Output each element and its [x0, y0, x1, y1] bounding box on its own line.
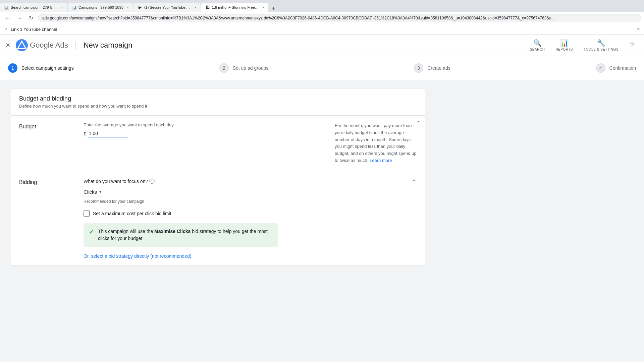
budget-form: Enter the average you want to spend each… — [84, 122, 320, 137]
step-4[interactable]: 4 Confirmation — [596, 63, 636, 73]
tab-close-3[interactable]: × — [195, 5, 197, 9]
bidding-row: Bidding What do you want to focus on? ⓘ … — [11, 171, 425, 265]
browser-tab-4[interactable]: 🖼 1.8 million+ Stunning Free Im... × — [201, 3, 268, 12]
strategy-link[interactable]: Or, select a bid strategy directly (not … — [84, 253, 411, 259]
bidding-collapse-button[interactable]: ⌃ — [411, 178, 417, 186]
tab-label-3: (1) Secure Your YouTube Acco... — [144, 5, 191, 9]
info-text-prefix: This campaign will use the — [98, 229, 154, 234]
notification-close-button[interactable]: × — [637, 26, 640, 32]
tab-close-1[interactable]: × — [61, 5, 63, 9]
search-icon: 🔍 — [533, 39, 542, 47]
clicks-value: Clicks — [84, 189, 97, 195]
focus-question: What do you want to focus on? ⓘ — [84, 178, 411, 185]
check-icon: ✔ — [89, 228, 94, 236]
step-connector-1-2 — [78, 68, 215, 68]
recommended-text: Recommended for your campaign — [84, 199, 411, 204]
notification-text: Link 1 YouTube channel — [11, 27, 57, 32]
budget-main: Budget Enter the average you want to spe… — [11, 116, 328, 171]
budget-inner: Budget Enter the average you want to spe… — [19, 122, 320, 137]
budget-info-collapse-button[interactable]: ⌃ — [416, 120, 421, 127]
focus-label-text: What do you want to focus on? — [84, 179, 148, 184]
tools-settings-button[interactable]: 🔧 TOOLS & SETTINGS — [580, 36, 623, 54]
tab-favicon-3: ▶ — [138, 5, 142, 10]
reports-button[interactable]: 📊 REPORTS — [551, 36, 577, 54]
tools-icon: 🔧 — [597, 39, 605, 47]
budget-input-row: € — [84, 130, 320, 137]
info-text-bold: Maximise Clicks — [154, 229, 191, 234]
section-subtitle: Define how much you want to spend and ho… — [19, 104, 417, 109]
browser-tab-2[interactable]: 📊 Campaigns - 279-560-1893 × — [68, 3, 133, 12]
app-header: ✕ Google Ads | New campaign 🔍 SEARCH 📊 R… — [0, 35, 644, 56]
clicks-dropdown[interactable]: Clicks ▼ — [84, 188, 102, 196]
step-3-label: Create ads — [427, 65, 450, 71]
main-content: Budget and bidding Define how much you w… — [0, 80, 436, 279]
step-2-number: 2 — [219, 63, 229, 73]
google-ads-logo: Google Ads — [16, 39, 68, 51]
notification-bar: ✓ Link 1 YouTube channel × — [0, 24, 644, 35]
bidding-label: Bidding — [19, 179, 37, 185]
page-title: New campaign — [84, 41, 132, 50]
step-2-label: Set up ad groups — [233, 65, 269, 71]
step-2[interactable]: 2 Set up ad groups — [219, 63, 269, 73]
steps-bar: 1 Select campaign settings 2 Set up ad g… — [0, 56, 644, 80]
dropdown-arrow-icon: ▼ — [98, 189, 102, 194]
tab-label-2: Campaigns - 279-560-1893 — [78, 5, 123, 9]
budget-currency: € — [84, 131, 86, 136]
step-4-number: 4 — [596, 63, 605, 73]
reports-label: REPORTS — [555, 48, 573, 51]
reports-icon: 📊 — [560, 39, 569, 47]
budget-form-label: Enter the average you want to spend each… — [84, 122, 320, 127]
step-1-number: 1 — [8, 63, 17, 73]
info-text: This campaign will use the Maximise Clic… — [98, 228, 273, 242]
tab-favicon-4: 🖼 — [205, 5, 210, 10]
notification-check-icon: ✓ — [4, 26, 8, 32]
refresh-button[interactable]: ↻ — [27, 13, 35, 22]
browser-tab-1[interactable]: 📊 Search campaign - 279-560-... × — [0, 3, 67, 12]
tab-favicon-1: 📊 — [4, 5, 9, 10]
focus-help-icon[interactable]: ⓘ — [149, 178, 155, 185]
step-3[interactable]: 3 Create ads — [414, 63, 450, 73]
tab-label-4: 1.8 million+ Stunning Free Im... — [212, 5, 259, 9]
back-button[interactable]: ← — [3, 14, 12, 22]
max-bid-checkbox-row: Set a maximum cost per click bid limit — [84, 210, 411, 217]
bidding-left: Bidding — [19, 178, 73, 259]
close-button[interactable]: ✕ — [5, 42, 10, 49]
step-1[interactable]: 1 Select campaign settings — [8, 63, 74, 73]
step-connector-2-3 — [272, 68, 410, 68]
budget-info-text: For the month, you won't pay more than y… — [335, 123, 417, 163]
tab-close-2[interactable]: × — [127, 5, 129, 9]
help-button[interactable]: ? — [625, 39, 639, 52]
step-connector-3-4 — [454, 68, 592, 68]
tools-label: TOOLS & SETTINGS — [584, 48, 619, 51]
header-divider: | — [75, 41, 77, 50]
step-4-label: Confirmation — [609, 65, 636, 71]
budget-label: Budget — [19, 124, 73, 130]
tab-label-1: Search campaign - 279-560-... — [11, 5, 58, 9]
budget-input[interactable] — [88, 130, 128, 137]
section-title-bar: Budget and bidding Define how much you w… — [11, 88, 425, 115]
header-icons: 🔍 SEARCH 📊 REPORTS 🔧 TOOLS & SETTINGS ? — [526, 36, 639, 54]
browser-tab-3[interactable]: ▶ (1) Secure Your YouTube Acco... × — [133, 3, 201, 12]
search-button[interactable]: 🔍 SEARCH — [526, 36, 549, 54]
maximise-clicks-info-banner: ✔ This campaign will use the Maximise Cl… — [84, 223, 278, 247]
tab-close-4[interactable]: × — [262, 5, 264, 9]
budget-info-panel: ⌃ For the month, you won't pay more than… — [328, 116, 425, 171]
google-ads-logo-text: Google Ads — [30, 41, 68, 50]
budget-left: Budget — [19, 122, 73, 137]
max-bid-checkbox[interactable] — [84, 210, 90, 217]
max-bid-label: Set a maximum cost per click bid limit — [93, 211, 171, 216]
address-bar[interactable] — [38, 14, 641, 22]
new-tab-button[interactable]: + — [269, 5, 278, 12]
budget-row: Budget Enter the average you want to spe… — [11, 115, 425, 171]
bidding-inner: Bidding What do you want to focus on? ⓘ … — [19, 178, 411, 259]
learn-more-link[interactable]: Learn more — [370, 158, 392, 163]
step-3-number: 3 — [414, 63, 423, 73]
step-1-label: Select campaign settings — [21, 65, 74, 71]
google-ads-logo-icon — [16, 39, 28, 51]
bidding-right: What do you want to focus on? ⓘ Clicks ▼… — [84, 178, 411, 259]
forward-button[interactable]: → — [15, 14, 24, 22]
search-label: SEARCH — [530, 48, 545, 51]
section-title: Budget and bidding — [19, 95, 417, 102]
tab-favicon-2: 📊 — [72, 5, 76, 10]
budget-bidding-card: Budget and bidding Define how much you w… — [11, 88, 425, 266]
